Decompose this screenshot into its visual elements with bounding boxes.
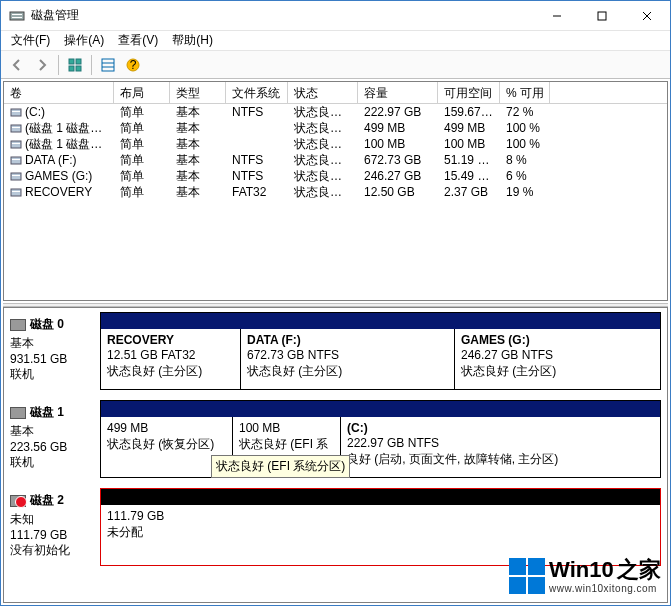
table-row[interactable]: RECOVERY简单基本FAT32状态良好 (…12.50 GB2.37 GB1… <box>4 184 667 200</box>
col-type[interactable]: 类型 <box>170 82 226 103</box>
minimize-button[interactable] <box>534 1 579 30</box>
menu-help[interactable]: 帮助(H) <box>166 30 219 51</box>
col-free[interactable]: 可用空间 <box>438 82 500 103</box>
maximize-button[interactable] <box>579 1 624 30</box>
col-status[interactable]: 状态 <box>288 82 358 103</box>
disk-label[interactable]: 磁盘 2未知111.79 GB没有初始化 <box>10 488 100 566</box>
toolbar-separator <box>91 55 92 75</box>
svg-rect-28 <box>509 558 526 575</box>
partition[interactable]: 111.79 GB未分配 <box>101 505 599 565</box>
svg-rect-11 <box>102 59 114 71</box>
svg-rect-23 <box>12 159 20 160</box>
svg-rect-17 <box>12 111 20 112</box>
disk-stripe <box>101 489 660 505</box>
col-filesystem[interactable]: 文件系统 <box>226 82 288 103</box>
disk-stripe <box>101 313 660 329</box>
menu-file[interactable]: 文件(F) <box>5 30 56 51</box>
svg-rect-4 <box>598 12 606 20</box>
svg-rect-29 <box>528 558 545 575</box>
disk-row: 磁盘 2未知111.79 GB没有初始化111.79 GB未分配 <box>10 488 661 566</box>
close-button[interactable] <box>624 1 670 30</box>
volumes-grid: 卷 布局 类型 文件系统 状态 容量 可用空间 % 可用 (C:)简单基本NTF… <box>3 81 668 301</box>
disk-map: 499 MB状态良好 (恢复分区)100 MB状态良好 (EFI 系统分区)(C… <box>100 400 661 478</box>
svg-rect-24 <box>11 173 21 180</box>
titlebar: 磁盘管理 <box>1 1 670 31</box>
svg-rect-19 <box>12 127 20 128</box>
watermark-sub: www.win10xitong.com <box>549 583 661 594</box>
disk-map: 111.79 GB未分配 <box>100 488 661 566</box>
svg-rect-27 <box>12 191 20 192</box>
grid-body[interactable]: (C:)简单基本NTFS状态良好 (…222.97 GB159.67 …72 %… <box>4 104 667 200</box>
col-pct[interactable]: % 可用 <box>500 82 550 103</box>
svg-rect-20 <box>11 141 21 148</box>
app-icon <box>9 8 25 24</box>
view-list-button[interactable] <box>96 53 120 77</box>
svg-rect-16 <box>11 109 21 116</box>
partition[interactable]: (C:)222.97 GB NTFS良好 (启动, 页面文件, 故障转储, 主分… <box>341 417 603 477</box>
window-buttons <box>534 1 670 30</box>
svg-rect-18 <box>11 125 21 132</box>
svg-rect-0 <box>10 12 24 20</box>
svg-rect-30 <box>509 577 526 594</box>
disk-row: 磁盘 0基本931.51 GB联机RECOVERY12.51 GB FAT32状… <box>10 312 661 390</box>
nav-back-button[interactable] <box>5 53 29 77</box>
svg-rect-10 <box>76 66 81 71</box>
toolbar-separator <box>58 55 59 75</box>
disk-stripe <box>101 401 660 417</box>
svg-text:?: ? <box>130 58 137 72</box>
svg-rect-7 <box>69 59 74 64</box>
svg-rect-25 <box>12 175 20 176</box>
col-layout[interactable]: 布局 <box>114 82 170 103</box>
disk-icon <box>10 407 26 419</box>
menu-view[interactable]: 查看(V) <box>112 30 164 51</box>
svg-rect-21 <box>12 143 20 144</box>
svg-rect-22 <box>11 157 21 164</box>
watermark: Win10 之家 www.win10xitong.com <box>509 558 661 594</box>
menu-action[interactable]: 操作(A) <box>58 30 110 51</box>
window-title: 磁盘管理 <box>31 7 534 24</box>
disk-map: RECOVERY12.51 GB FAT32状态良好 (主分区)DATA (F:… <box>100 312 661 390</box>
menubar: 文件(F) 操作(A) 查看(V) 帮助(H) <box>1 31 670 51</box>
col-volume[interactable]: 卷 <box>4 82 114 103</box>
watermark-zhi: 之家 <box>617 557 661 582</box>
col-capacity[interactable]: 容量 <box>358 82 438 103</box>
svg-rect-9 <box>69 66 74 71</box>
tooltip: 状态良好 (EFI 系统分区) <box>211 455 350 478</box>
svg-rect-2 <box>12 17 22 18</box>
disk-label[interactable]: 磁盘 1基本223.56 GB联机 <box>10 400 100 478</box>
svg-rect-26 <box>11 189 21 196</box>
refresh-button[interactable] <box>63 53 87 77</box>
partition[interactable]: GAMES (G:)246.27 GB NTFS状态良好 (主分区) <box>455 329 595 389</box>
nav-forward-button[interactable] <box>30 53 54 77</box>
partition[interactable]: RECOVERY12.51 GB FAT32状态良好 (主分区) <box>101 329 241 389</box>
disk-icon <box>10 495 26 507</box>
svg-rect-8 <box>76 59 81 64</box>
toolbar: ? <box>1 51 670 79</box>
grid-header: 卷 布局 类型 文件系统 状态 容量 可用空间 % 可用 <box>4 82 667 104</box>
svg-rect-1 <box>12 14 22 15</box>
help-button[interactable]: ? <box>121 53 145 77</box>
windows-logo-icon <box>509 558 545 594</box>
watermark-main: Win10 <box>549 557 614 582</box>
disk-icon <box>10 319 26 331</box>
disk-label[interactable]: 磁盘 0基本931.51 GB联机 <box>10 312 100 390</box>
disk-management-window: 磁盘管理 文件(F) 操作(A) 查看(V) 帮助(H) ? 卷 布局 类型 文… <box>0 0 671 606</box>
svg-rect-31 <box>528 577 545 594</box>
partition[interactable]: DATA (F:)672.73 GB NTFS状态良好 (主分区) <box>241 329 455 389</box>
